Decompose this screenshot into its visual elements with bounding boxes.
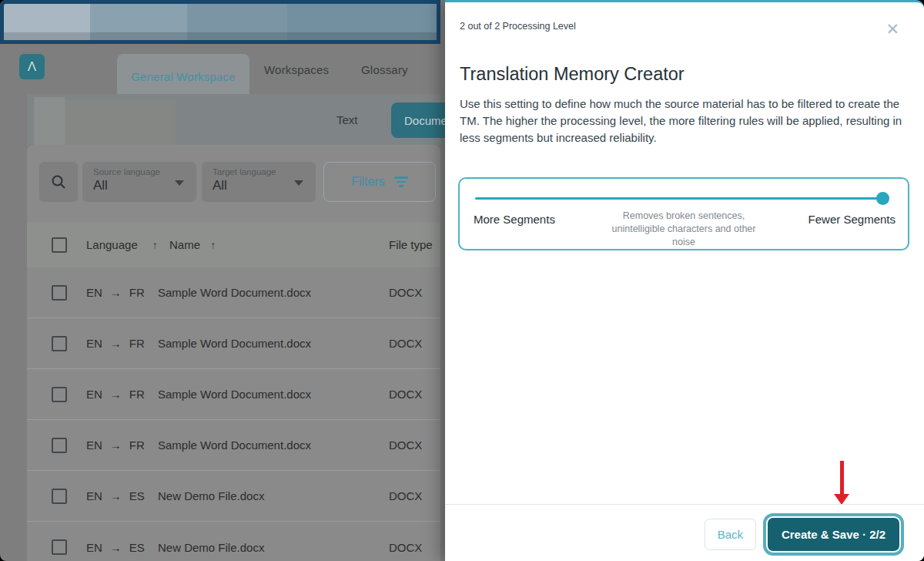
sort-asc-icon: ↑ xyxy=(152,239,158,251)
column-label: Name xyxy=(169,238,200,251)
file-type: DOCX xyxy=(389,541,422,554)
modal-description: Use this setting to define how much the … xyxy=(460,96,910,146)
target-lang: FR xyxy=(129,438,145,452)
slider-right-label: Fewer Segments xyxy=(808,213,896,226)
processing-level-slider-group: More Segments Removes broken sentences, … xyxy=(458,177,909,250)
dropdown-caret-icon xyxy=(175,180,184,186)
file-type: DOCX xyxy=(389,337,422,350)
table-row[interactable]: EN → FR Sample Word Document.docx DOCX xyxy=(27,369,440,420)
slider-left-label: More Segments xyxy=(474,213,555,226)
row-checkbox[interactable] xyxy=(52,387,67,402)
toolbar-shadow xyxy=(4,32,437,40)
slider-center-note: Removes broken sentences, unintelligible… xyxy=(601,210,767,249)
nav-tab-label: General Workspace xyxy=(131,70,236,83)
filters-button-label: Filters xyxy=(351,175,385,189)
modal-footer: Back Create & Save · 2/2 xyxy=(445,505,924,561)
target-lang: FR xyxy=(129,286,145,299)
back-button[interactable]: Back xyxy=(705,519,756,550)
nav-tab-workspaces[interactable]: Workspaces xyxy=(264,63,329,76)
arrow-right-icon: → xyxy=(110,489,122,502)
slider-thumb[interactable] xyxy=(876,192,889,205)
language-pair: EN → FR xyxy=(86,388,145,401)
row-checkbox[interactable] xyxy=(52,336,67,351)
target-lang: FR xyxy=(129,388,145,401)
file-type: DOCX xyxy=(389,286,422,299)
source-lang: EN xyxy=(86,438,102,452)
arrow-right-icon: → xyxy=(110,337,122,350)
file-name: Sample Word Document.docx xyxy=(158,438,311,452)
source-lang: EN xyxy=(86,541,102,554)
main-nav: General Workspace Workspaces Glossary xyxy=(0,54,445,94)
arrow-right-icon: → xyxy=(110,438,122,452)
filter-icon xyxy=(394,176,408,187)
arrow-head xyxy=(834,494,849,505)
dimmed-app-background: Λ General Workspace Workspaces Glossary … xyxy=(0,0,445,561)
column-header-language[interactable]: Language ↑ xyxy=(86,238,158,251)
arrow-shaft xyxy=(840,461,844,495)
column-header-file-type[interactable]: File type xyxy=(389,238,433,251)
target-lang: ES xyxy=(129,541,145,554)
table-row[interactable]: EN → ES New Demo File.docx DOCX xyxy=(27,522,440,561)
screenshot-root: Λ General Workspace Workspaces Glossary … xyxy=(0,0,924,561)
file-name: New Demo File.docx xyxy=(158,541,264,554)
source-language-value: All xyxy=(93,178,186,193)
source-language-select[interactable]: Source language All xyxy=(82,162,196,202)
row-checkbox[interactable] xyxy=(52,489,67,504)
table-row[interactable]: EN → FR Sample Word Document.docx DOCX xyxy=(27,420,440,471)
language-pair: EN → ES xyxy=(86,489,145,502)
table-row[interactable]: EN → ES New Demo File.docx DOCX xyxy=(27,471,440,522)
column-label: Language xyxy=(86,238,138,251)
source-lang: EN xyxy=(86,388,102,401)
select-all-checkbox[interactable] xyxy=(52,237,67,253)
red-arrow-annotation xyxy=(834,461,850,506)
filters-button[interactable]: Filters xyxy=(323,162,436,202)
slider-track[interactable] xyxy=(475,197,885,200)
search-button[interactable] xyxy=(39,162,78,202)
file-name: Sample Word Document.docx xyxy=(158,337,311,350)
row-checkbox[interactable] xyxy=(52,285,67,301)
view-tab-documents[interactable]: Documents xyxy=(391,102,445,138)
table-header-row: Language ↑ Name ↑ File type xyxy=(27,222,440,267)
file-type: DOCX xyxy=(389,489,422,502)
column-header-name[interactable]: Name ↑ xyxy=(169,238,216,251)
file-name: Sample Word Document.docx xyxy=(158,286,311,299)
file-name: Sample Word Document.docx xyxy=(158,388,311,401)
file-type: DOCX xyxy=(389,438,422,452)
row-checkbox[interactable] xyxy=(52,539,67,555)
file-name: New Demo File.docx xyxy=(158,489,264,502)
file-type: DOCX xyxy=(389,388,422,401)
documents-list-card: Source language All Target language All … xyxy=(27,145,440,561)
modal-title: Translation Memory Creator xyxy=(460,64,685,85)
row-checkbox[interactable] xyxy=(52,438,67,453)
step-indicator: 2 out of 2 Processing Level xyxy=(460,21,576,32)
source-lang: EN xyxy=(86,337,102,350)
arrow-right-icon: → xyxy=(110,286,122,299)
target-lang: ES xyxy=(129,489,145,502)
target-language-select[interactable]: Target language All xyxy=(202,162,316,202)
language-pair: EN → ES xyxy=(86,541,145,554)
target-lang: FR xyxy=(129,337,145,350)
sort-asc-icon: ↑ xyxy=(210,239,216,251)
dropdown-caret-icon xyxy=(294,180,303,186)
subheader-band xyxy=(27,94,440,145)
table-row[interactable]: EN → FR Sample Word Document.docx DOCX xyxy=(27,318,440,369)
arrow-right-icon: → xyxy=(110,388,122,401)
language-pair: EN → FR xyxy=(86,438,145,452)
source-lang: EN xyxy=(86,489,102,502)
source-language-label: Source language xyxy=(93,167,186,176)
view-tab-text[interactable]: Text xyxy=(336,113,358,126)
nav-tab-general-workspace[interactable]: General Workspace xyxy=(117,54,249,99)
target-language-value: All xyxy=(213,178,305,193)
table-row[interactable]: EN → FR Sample Word Document.docx DOCX xyxy=(27,267,440,318)
nav-tab-glossary[interactable]: Glossary xyxy=(361,63,408,76)
language-pair: EN → FR xyxy=(86,286,145,299)
source-lang: EN xyxy=(86,286,102,299)
close-icon[interactable]: ✕ xyxy=(886,21,899,37)
search-icon xyxy=(50,173,67,190)
arrow-right-icon: → xyxy=(110,541,122,554)
tm-creator-modal: 2 out of 2 Processing Level ✕ Translatio… xyxy=(445,0,924,561)
language-pair: EN → FR xyxy=(86,337,145,350)
create-save-button[interactable]: Create & Save · 2/2 xyxy=(768,518,899,551)
target-language-label: Target language xyxy=(213,167,305,176)
